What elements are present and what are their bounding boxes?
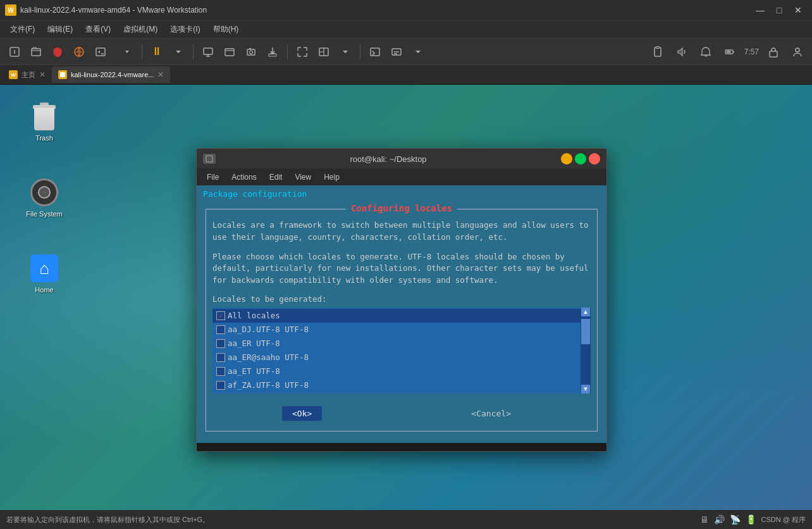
ok-button[interactable]: <Ok> xyxy=(282,406,322,421)
menu-view[interactable]: 查看(V) xyxy=(80,23,116,36)
tray-icon-1[interactable]: 🖥 xyxy=(700,514,709,525)
toolbar-console-dropdown-btn[interactable] xyxy=(409,43,428,61)
toolbar-audio-btn[interactable] xyxy=(672,43,691,61)
dialog-title: Configuring locales xyxy=(346,203,457,213)
maximize-button[interactable]: □ xyxy=(770,4,788,16)
locale-checkbox-all[interactable]: ✓ xyxy=(216,311,225,320)
toolbar-lock-btn[interactable] xyxy=(764,43,783,61)
minimize-button[interactable]: — xyxy=(751,4,769,16)
toolbar-home-btn[interactable] xyxy=(5,43,24,61)
locale-item-aa-et[interactable]: aa_ET UTF-8 xyxy=(212,364,581,378)
locale-item-af-za[interactable]: af_ZA.UTF-8 UTF-8 xyxy=(212,378,581,392)
toolbar-monitor-btn[interactable] xyxy=(199,43,218,61)
locale-scrollbar[interactable]: ▲ ▼ xyxy=(581,308,591,394)
filesystem-icon[interactable]: File System xyxy=(19,173,70,221)
svg-rect-6 xyxy=(204,48,212,54)
term-menu-file[interactable]: File xyxy=(202,171,224,183)
toolbar-clipboard-btn[interactable] xyxy=(648,43,667,61)
term-menu-view[interactable]: View xyxy=(290,171,316,183)
scrollbar-track[interactable] xyxy=(581,316,590,385)
filesystem-label: File System xyxy=(26,210,62,218)
term-menu-edit[interactable]: Edit xyxy=(264,171,288,183)
locale-list[interactable]: ✓ All locales aa_DJ.UTF-8 UTF-8 aa_ER UT… xyxy=(212,308,581,394)
toolbar-terminal-btn[interactable] xyxy=(91,43,110,61)
menu-file[interactable]: 文件(F) xyxy=(5,23,40,36)
close-button[interactable]: ✕ xyxy=(789,4,807,16)
svg-rect-27 xyxy=(60,72,65,77)
svg-rect-23 xyxy=(733,51,734,53)
svg-rect-36 xyxy=(206,156,212,162)
tab-home[interactable]: W 主页 ✕ xyxy=(3,66,52,83)
locale-checkbox-af-za[interactable] xyxy=(216,381,225,390)
svg-point-12 xyxy=(250,51,253,54)
menu-vm[interactable]: 虚拟机(M) xyxy=(118,23,163,36)
vmware-menubar: 文件(F) 编辑(E) 查看(V) 虚拟机(M) 选项卡(I) 帮助(H) xyxy=(0,20,812,38)
locale-list-container: ✓ All locales aa_DJ.UTF-8 UTF-8 aa_ER UT… xyxy=(212,308,591,394)
toolbar-shield-btn[interactable] xyxy=(48,43,67,61)
tray-icon-3[interactable]: 📡 xyxy=(730,514,741,525)
toolbar-fullscreen-btn[interactable] xyxy=(293,43,312,61)
locale-checkbox-aa-dj[interactable] xyxy=(216,325,225,334)
toolbar-browser-btn[interactable] xyxy=(70,43,89,61)
svg-rect-21 xyxy=(656,46,660,48)
toolbar-console-settings-btn[interactable] xyxy=(387,43,406,61)
svg-rect-9 xyxy=(225,49,234,56)
tab-vm-close[interactable]: ✕ xyxy=(157,70,164,79)
svg-point-26 xyxy=(796,48,799,52)
locale-checkbox-aa-er-saaho[interactable] xyxy=(216,353,225,362)
home-tab-icon: W xyxy=(9,70,18,79)
toolbar-file-btn[interactable] xyxy=(27,43,46,61)
pause-dropdown-btn[interactable] xyxy=(169,43,188,61)
terminal-window: root@kali: ~/Desktop − □ ✕ File Actions … xyxy=(196,148,607,452)
svg-rect-24 xyxy=(726,51,730,53)
locale-checkbox-aa-et[interactable] xyxy=(216,367,225,376)
tray-icon-2[interactable]: 🔊 xyxy=(714,514,725,525)
locale-checkbox-aa-er[interactable] xyxy=(216,339,225,348)
home-desktop-icon[interactable]: ⌂ Home xyxy=(19,249,70,297)
tab-vm[interactable]: kali-linux-2022.4-vmware... ✕ xyxy=(52,66,170,83)
toolbar-battery-btn[interactable] xyxy=(720,43,739,61)
toolbar-usb-btn[interactable] xyxy=(263,43,282,61)
locale-item-all[interactable]: ✓ All locales xyxy=(212,309,581,323)
locale-item-aa-er-saaho[interactable]: aa_ER@saaho UTF-8 xyxy=(212,351,581,364)
dialog-inner: Configuring locales Locales are a framew… xyxy=(206,209,598,432)
terminal-content-area[interactable]: Package configuration Configuring locale… xyxy=(197,185,606,451)
toolbar-snapshot-btn[interactable] xyxy=(242,43,261,61)
toolbar-console-btn[interactable] xyxy=(366,43,384,61)
menu-help[interactable]: 帮助(H) xyxy=(208,23,244,36)
desktop: Trash File System ⌂ Home root@kali: ~/ xyxy=(0,85,812,510)
status-right-area: 🖥 🔊 📡 🔋 CSDN @ 程序 xyxy=(700,514,806,525)
locale-item-aa-dj[interactable]: aa_DJ.UTF-8 UTF-8 xyxy=(212,323,581,337)
term-maximize-btn[interactable]: □ xyxy=(575,153,586,165)
cancel-button[interactable]: <Cancel> xyxy=(461,406,521,421)
toolbar-vm-settings-btn[interactable] xyxy=(220,43,239,61)
dialog-buttons: <Ok> <Cancel> xyxy=(212,402,591,425)
pause-button[interactable]: ⏸ xyxy=(147,43,166,61)
toolbar-user-btn[interactable] xyxy=(788,43,807,61)
toolbar-sep-3 xyxy=(287,44,288,59)
toolbar-sep-4 xyxy=(360,44,360,59)
locale-label-all: All locales xyxy=(228,309,280,322)
toolbar-notification-btn[interactable] xyxy=(696,43,715,61)
toolbar-view-settings-btn[interactable] xyxy=(314,43,333,61)
term-menu-help[interactable]: Help xyxy=(319,171,345,183)
scrollbar-down-btn[interactable]: ▼ xyxy=(581,385,590,394)
locale-label-af-za: af_ZA.UTF-8 UTF-8 xyxy=(228,379,309,392)
term-minimize-btn[interactable]: − xyxy=(561,153,572,165)
locale-item-aa-er[interactable]: aa_ER UTF-8 xyxy=(212,337,581,351)
trash-icon[interactable]: Trash xyxy=(19,97,70,146)
status-hint-text: 若要将输入定向到该虚拟机，请将鼠标指针移入其中或按 Ctrl+G。 xyxy=(6,515,209,525)
trash-label: Trash xyxy=(35,134,53,142)
term-close-btn[interactable]: ✕ xyxy=(589,153,600,165)
toolbar-dropdown-btn[interactable] xyxy=(118,43,137,61)
tray-icon-4[interactable]: 🔋 xyxy=(746,514,756,525)
dialog-description-1: Locales are a framework to switch betwee… xyxy=(212,220,591,244)
term-menu-actions[interactable]: Actions xyxy=(226,171,261,183)
menu-tabs[interactable]: 选项卡(I) xyxy=(165,23,205,36)
tab-home-close[interactable]: ✕ xyxy=(39,70,46,79)
scrollbar-up-btn[interactable]: ▲ xyxy=(581,308,590,316)
scrollbar-thumb[interactable] xyxy=(581,319,590,344)
terminal-titlebar: root@kali: ~/Desktop − □ ✕ xyxy=(197,149,606,169)
toolbar-view-dropdown-btn[interactable] xyxy=(336,43,355,61)
menu-edit[interactable]: 编辑(E) xyxy=(42,23,78,36)
